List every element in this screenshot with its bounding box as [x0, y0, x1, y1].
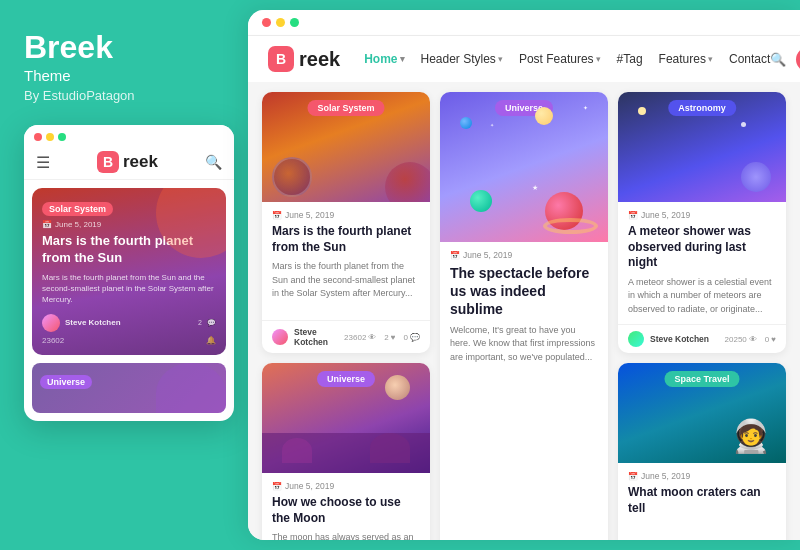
- card-mars-footer: Steve Kotchen 23602 👁 2 ♥ 0 💬: [262, 320, 430, 353]
- mobile-card-title: Mars is the fourth planet from the Sun: [42, 233, 216, 267]
- calendar-icon: 📅: [42, 220, 52, 229]
- right-panel: B reek Home ▾ Header Styles ▾ Post Featu…: [248, 10, 800, 540]
- moon-hill1: [282, 438, 312, 463]
- card-mars-tag: Solar System: [307, 100, 384, 116]
- likes-stat: 0 ♥: [765, 335, 776, 344]
- brand-title: Breek: [24, 30, 224, 65]
- site-header: B reek Home ▾ Header Styles ▾ Post Featu…: [248, 36, 800, 82]
- card-mars-excerpt: Mars is the fourth planet from the Sun a…: [272, 260, 420, 312]
- card-astronomy-tag: Astronomy: [668, 100, 736, 116]
- card-mars-image: Solar System: [262, 92, 430, 202]
- calendar-icon: 📅: [628, 211, 638, 220]
- mobile-card-excerpt: Mars is the fourth planet from the Sun a…: [42, 272, 216, 306]
- mobile-featured-card: Solar System 📅 June 5, 2019 Mars is the …: [32, 188, 226, 354]
- mobile-logo: B reek: [97, 151, 158, 173]
- like-icon: ♥: [391, 333, 396, 342]
- universe-ring: [543, 218, 598, 234]
- views-count: 23602: [42, 336, 64, 345]
- card-mars-author: Steve Kotchen: [294, 327, 338, 347]
- card-universe-date: 📅 June 5, 2019: [450, 250, 598, 260]
- card-universe[interactable]: Universe ✦ ✦ ★ 📅 June 5, 2019: [440, 92, 608, 540]
- moon-ball: [385, 375, 410, 400]
- calendar-icon: 📅: [450, 251, 460, 260]
- card-moon[interactable]: Universe 📅 June 5, 2019 How we choose to…: [262, 363, 430, 540]
- left-panel: Breek Theme By EstudioPatagon ☰ B reek 🔍…: [0, 0, 248, 550]
- mobile-card-author-row: Steve Kotchen 2 💬: [42, 314, 216, 332]
- card-moon-image: Universe: [262, 363, 430, 473]
- search-icon[interactable]: 🔍: [770, 52, 786, 67]
- mars-planet-deco: [385, 162, 430, 202]
- card-mars-date: 📅 June 5, 2019: [272, 210, 420, 220]
- nav-home-arrow: ▾: [400, 54, 405, 64]
- nav-header-arrow: ▾: [498, 54, 503, 64]
- card-universe-excerpt: Welcome, It's great to have you here. We…: [450, 324, 598, 540]
- nav-contact[interactable]: Contact: [729, 52, 770, 66]
- card-space-travel[interactable]: Space Travel 🧑‍🚀 📅 June 5, 2019 What moo…: [618, 363, 786, 540]
- comments-stat: 0 💬: [404, 333, 420, 342]
- calendar-icon: 📅: [628, 472, 638, 481]
- nav-home[interactable]: Home ▾: [364, 52, 404, 66]
- card-mars-title: Mars is the fourth planet from the Sun: [272, 224, 420, 255]
- star-2: ✦: [490, 122, 494, 128]
- nav-header-styles[interactable]: Header Styles ▾: [421, 52, 503, 66]
- mobile-window-dots: [34, 133, 66, 141]
- card-astronomy-date: 📅 June 5, 2019: [628, 210, 776, 220]
- universe-planet-3: [460, 117, 472, 129]
- likes-stat: 2 ♥: [384, 333, 395, 342]
- nav-post-features[interactable]: Post Features ▾: [519, 52, 601, 66]
- views-icon: 👁: [749, 335, 757, 344]
- moon-hill2: [370, 433, 410, 463]
- card-astronomy-author: Steve Kotchen: [650, 334, 709, 344]
- site-logo-b: B: [268, 46, 294, 72]
- card-mars-avatar: [272, 329, 288, 345]
- nav-hashtag[interactable]: #Tag: [617, 52, 643, 66]
- star-3: ★: [532, 184, 538, 192]
- astro-planet: [741, 162, 771, 192]
- card-astronomy-footer: Steve Kotchen 20250 👁 0 ♥: [618, 324, 786, 353]
- card-universe-title: The spectacle before us was indeed subli…: [450, 264, 598, 319]
- card-astronomy[interactable]: Astronomy 📅 June 5, 2019 A meteor shower…: [618, 92, 786, 353]
- astro-star: [638, 107, 646, 115]
- logo-b-box: B: [97, 151, 119, 173]
- mobile-nav: ☰ B reek 🔍: [24, 145, 234, 180]
- hamburger-icon[interactable]: ☰: [36, 153, 50, 172]
- author-name: Steve Kotchen: [65, 318, 121, 327]
- card-moon-excerpt: The moon has always served as an inspira…: [272, 531, 420, 540]
- mobile-small-card-tag: Universe: [40, 375, 92, 389]
- card-universe-body: 📅 June 5, 2019 The spectacle before us w…: [440, 242, 608, 540]
- card-mars[interactable]: Solar System 📅 June 5, 2019 Mars is the …: [262, 92, 430, 353]
- card-universe-image: Universe ✦ ✦ ★: [440, 92, 608, 242]
- site-nav: Home ▾ Header Styles ▾ Post Features ▾ #…: [364, 52, 770, 66]
- card-space-travel-date: 📅 June 5, 2019: [628, 471, 776, 481]
- site-logo-text: reek: [299, 48, 340, 71]
- card-mars-body: 📅 June 5, 2019 Mars is the fourth planet…: [262, 202, 430, 320]
- card-moon-body: 📅 June 5, 2019 How we choose to use the …: [262, 473, 430, 540]
- calendar-icon: 📅: [272, 211, 282, 220]
- nav-post-arrow: ▾: [596, 54, 601, 64]
- cards-area: Solar System 📅 June 5, 2019 Mars is the …: [248, 82, 800, 540]
- brand-by: By EstudioPatagon: [24, 88, 224, 103]
- card-space-travel-tag: Space Travel: [664, 371, 739, 387]
- card-space-travel-image: Space Travel 🧑‍🚀: [618, 363, 786, 463]
- mobile-search-icon[interactable]: 🔍: [205, 154, 222, 170]
- astro-star2: [741, 122, 746, 127]
- mobile-card-stats: 2 💬: [198, 319, 216, 327]
- astronaut-icon: 🧑‍🚀: [731, 417, 771, 455]
- universe-planet-4: [470, 190, 492, 212]
- comment-icon: 💬: [410, 333, 420, 342]
- mobile-card-tag: Solar System: [42, 202, 113, 216]
- card-astronomy-body: 📅 June 5, 2019 A meteor shower was obser…: [618, 202, 786, 324]
- views-stat: 20250 👁: [725, 335, 757, 344]
- nav-features[interactable]: Features ▾: [659, 52, 713, 66]
- cards-grid: Solar System 📅 June 5, 2019 Mars is the …: [262, 92, 786, 540]
- author-avatar: [42, 314, 60, 332]
- like-icon: ♥: [771, 335, 776, 344]
- mobile-logo-text: reek: [123, 152, 158, 172]
- mobile-small-card: Universe: [32, 363, 226, 413]
- subscribe-button[interactable]: Subscribe ✉: [796, 47, 800, 72]
- mobile-card-bottom: 23602 🔔: [42, 336, 216, 345]
- mobile-top-bar: [24, 125, 234, 145]
- card-astronomy-title: A meteor shower was observed during last…: [628, 224, 776, 271]
- browser-window-dots: [262, 18, 299, 27]
- site-logo: B reek: [268, 46, 340, 72]
